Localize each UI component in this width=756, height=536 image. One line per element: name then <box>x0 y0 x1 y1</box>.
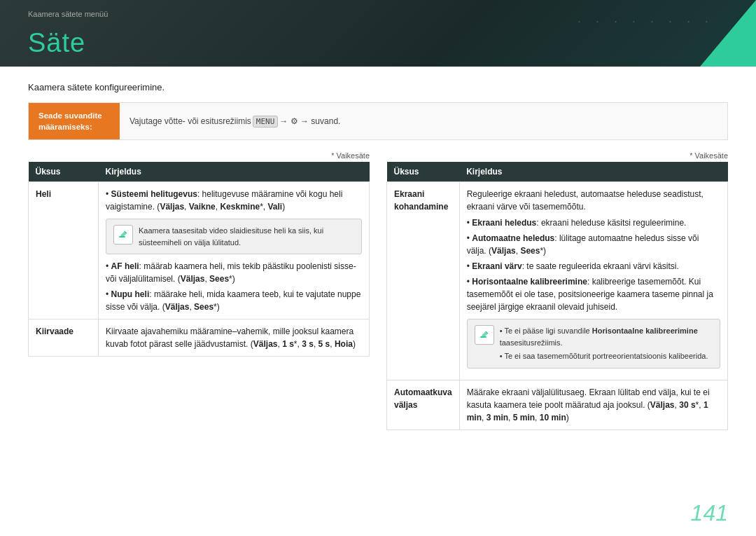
right-column: * Vaikesäte Üksus Kirjeldus Ekraani koha… <box>386 151 728 430</box>
two-col-layout: * Vaikesäte Üksus Kirjeldus Heli • Süste… <box>28 151 728 430</box>
note-text: Kaamera taasesitab video slaidiesituse h… <box>139 225 354 248</box>
intro-text: Kaamera sätete konfigureerimine. <box>28 82 728 92</box>
left-table: Üksus Kirjeldus Heli • Süsteemi helituge… <box>28 162 370 357</box>
heli-bullet-1: • Süsteemi helitugevus: helitugevuse mää… <box>106 188 362 213</box>
orange-box: Seade suvandite määramiseks: Vajutage võ… <box>28 102 728 140</box>
ekraan-b3: • Ekraani värv: te saate reguleerida ekr… <box>467 260 720 273</box>
heli-bullet-2: • AF heli: määrab kaamera heli, mis teki… <box>106 260 362 285</box>
orange-desc: Vajutage võtte- või esitusrežiimis MENU … <box>120 103 727 139</box>
left-col-header-1: Kirjeldus <box>99 162 370 182</box>
ekraan-note-text: • Te ei pääse ligi suvandile Horisontaal… <box>500 325 713 362</box>
heli-note-box: Kaamera taasesitab video slaidiesituse h… <box>106 219 362 254</box>
row-key-ekraan: Ekraani kohandamine <box>387 182 460 380</box>
row-key-kiirvaade: Kiirvaade <box>29 319 99 357</box>
menu-key: MENU <box>253 116 279 128</box>
right-table: Üksus Kirjeldus Ekraani kohandamine Regu… <box>386 162 728 430</box>
row-desc-auto: Määrake ekraani väljalülitusaeg. Ekraan … <box>459 380 727 430</box>
page-header: Kaamera sätete menüü Säte <box>0 0 756 67</box>
row-key-auto: Automaatkuva väljas <box>387 380 460 430</box>
left-col-header-0: Üksus <box>29 162 99 182</box>
header-dots <box>574 7 714 63</box>
ekraan-b2: • Automaatne heledus: lülitage automaatn… <box>467 232 720 257</box>
orange-label: Seade suvandite määramiseks: <box>29 103 120 139</box>
pen-icon <box>118 229 129 240</box>
row-desc-kiirvaade: Kiirvaate ajavahemiku määramine–vahemik,… <box>99 319 370 357</box>
header-title: Säte <box>28 28 85 58</box>
ekraan-intro: Reguleerige ekraani heledust, automaatse… <box>467 188 720 213</box>
note-icon-2 <box>475 325 494 345</box>
ekraan-b1: • Ekraani heledus: ekraani heleduse käsi… <box>467 217 720 229</box>
ekraan-b4: • Horisontaalne kalibreerimine: kalibree… <box>467 275 720 313</box>
page-number: 141 <box>691 500 728 526</box>
table-row: Heli • Süsteemi helitugevus: helitugevus… <box>29 182 370 319</box>
main-content: Kaamera sätete konfigureerimine. Seade s… <box>0 67 756 444</box>
table-row: Ekraani kohandamine Reguleerige ekraani … <box>387 182 728 380</box>
row-key-heli: Heli <box>29 182 99 319</box>
vaikesate-note-right: * Vaikesäte <box>386 151 728 160</box>
table-row: Automaatkuva väljas Määrake ekraani välj… <box>387 380 728 430</box>
row-desc-heli: • Süsteemi helitugevus: helitugevuse mää… <box>99 182 370 319</box>
heli-bullet-3: • Nupu heli: määrake heli, mida kaamera … <box>106 288 362 313</box>
pen-icon-2 <box>479 329 490 341</box>
vaikesate-note-left: * Vaikesäte <box>28 151 370 160</box>
note-icon <box>113 225 133 245</box>
right-col-header-1: Kirjeldus <box>459 162 727 182</box>
right-col-header-0: Üksus <box>387 162 460 182</box>
table-row: Kiirvaade Kiirvaate ajavahemiku määramin… <box>29 319 370 357</box>
left-column: * Vaikesäte Üksus Kirjeldus Heli • Süste… <box>28 151 370 430</box>
row-desc-ekraan: Reguleerige ekraani heledust, automaatse… <box>459 182 727 380</box>
header-subtitle: Kaamera sätete menüü <box>28 10 108 18</box>
ekraan-note-box: • Te ei pääse ligi suvandile Horisontaal… <box>467 319 720 369</box>
